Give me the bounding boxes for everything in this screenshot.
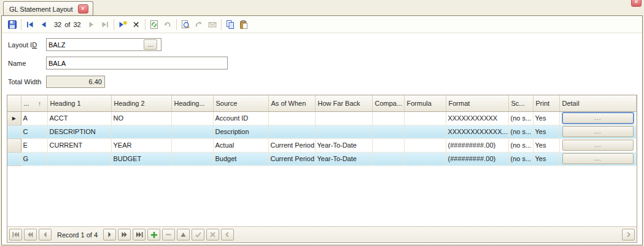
cell-format[interactable]: XXXXXXXXXXX <box>446 111 508 125</box>
cell-formula[interactable] <box>404 138 446 152</box>
column-header-format[interactable]: Format <box>446 95 508 111</box>
cell-heading3[interactable] <box>171 152 213 165</box>
cell-print[interactable]: Yes <box>533 111 559 125</box>
column-header-heading3[interactable]: Heading... <box>171 95 213 111</box>
email-button[interactable] <box>206 18 219 31</box>
process-button[interactable] <box>192 18 206 31</box>
cell-as-of-when[interactable] <box>268 125 315 138</box>
cell-formula[interactable] <box>404 111 446 125</box>
cell-format[interactable]: (#########.00) <box>446 138 508 152</box>
row-selector[interactable] <box>7 125 21 138</box>
cell-comparison[interactable] <box>372 111 404 125</box>
tab-close-icon[interactable]: ✕ <box>78 4 88 14</box>
column-header-detail[interactable]: Detail <box>559 95 637 111</box>
cell-heading2[interactable]: NO <box>111 111 171 125</box>
cell-format[interactable]: XXXXXXXXXXXX... <box>446 125 508 138</box>
table-row[interactable]: E CURRENT YEAR Actual Current Period Yea… <box>7 138 637 152</box>
nav-prior-button[interactable] <box>39 229 52 240</box>
column-header-how-far-back[interactable]: How Far Back <box>315 95 372 111</box>
column-header-scale[interactable]: Sc... <box>508 95 533 111</box>
cell-source[interactable]: Account ID <box>213 111 268 125</box>
cell-scale[interactable]: (no s... <box>508 125 533 138</box>
cell-scale[interactable]: (no s... <box>508 152 533 165</box>
cell-heading2[interactable]: YEAR <box>111 138 171 152</box>
nav-prior-page-button[interactable] <box>24 229 37 240</box>
column-header-source[interactable]: Source <box>213 95 268 111</box>
column-header-as-of-when[interactable]: As of When <box>268 95 315 111</box>
cell-how-far-back[interactable] <box>315 111 372 125</box>
cell-scale[interactable]: (no s... <box>508 111 533 125</box>
cell-source[interactable]: Description <box>213 125 268 138</box>
column-header-heading1[interactable]: Heading 1 <box>47 95 111 111</box>
cell-heading3[interactable] <box>171 138 213 152</box>
cell-row-code[interactable]: E <box>21 138 47 152</box>
detail-button[interactable]: ... <box>562 140 634 151</box>
detail-button[interactable]: ... <box>562 113 634 124</box>
cancel-edit-button[interactable] <box>206 229 219 240</box>
print-preview-button[interactable] <box>179 18 192 31</box>
cell-print[interactable]: Yes <box>533 125 559 138</box>
cell-heading1[interactable] <box>47 152 111 165</box>
cell-comparison[interactable] <box>372 138 404 152</box>
cell-heading1[interactable]: CURRENT <box>47 138 111 152</box>
window-close-icon[interactable]: ✕ <box>631 0 642 7</box>
cell-comparison[interactable] <box>372 152 404 165</box>
undo-button[interactable] <box>161 18 174 31</box>
copy-button[interactable] <box>223 18 237 31</box>
tab-gl-statement-layout[interactable]: GL Statement Layout ✕ <box>3 1 93 15</box>
insert-record-button[interactable] <box>147 229 160 240</box>
column-header-formula[interactable]: Formula <box>404 95 446 111</box>
edit-record-button[interactable] <box>177 229 190 240</box>
refresh-button[interactable] <box>147 18 161 31</box>
nav-first-button[interactable] <box>9 229 22 240</box>
cell-scale[interactable]: (no s... <box>508 138 533 152</box>
column-header-print[interactable]: Print <box>533 95 559 111</box>
cell-print[interactable]: Yes <box>533 138 559 152</box>
cell-row-code[interactable]: G <box>21 152 47 165</box>
cell-as-of-when[interactable]: Current Period <box>268 152 315 165</box>
cell-comparison[interactable] <box>372 125 404 138</box>
cell-how-far-back[interactable] <box>315 125 372 138</box>
layout-id-input[interactable] <box>47 39 144 50</box>
delete-record-nav-button[interactable] <box>162 229 175 240</box>
scroll-right-button[interactable] <box>622 229 635 240</box>
next-record-button[interactable] <box>85 18 98 31</box>
nav-next-button[interactable] <box>103 229 116 240</box>
cell-how-far-back[interactable]: Year-To-Date <box>315 138 372 152</box>
previous-record-button[interactable] <box>37 18 50 31</box>
paste-button[interactable] <box>237 18 250 31</box>
cell-formula[interactable] <box>404 152 446 165</box>
cell-heading1[interactable]: ACCT <box>47 111 111 125</box>
cell-heading3[interactable] <box>171 111 213 125</box>
detail-button[interactable]: ... <box>562 153 634 164</box>
table-row[interactable]: G BUDGET Budget Current Period Year-To-D… <box>7 152 637 165</box>
cell-as-of-when[interactable] <box>268 111 315 125</box>
column-header-heading2[interactable]: Heading 2 <box>111 95 171 111</box>
cell-heading3[interactable] <box>171 125 213 138</box>
cell-format[interactable]: (#########.00) <box>446 152 508 165</box>
layout-id-browse-button[interactable]: ... <box>144 39 157 50</box>
table-row[interactable]: ▶ A ACCT NO Account ID XXXXXXXXXXX (no s… <box>7 111 637 125</box>
delete-record-button[interactable]: ✕ <box>130 18 143 31</box>
detail-button[interactable]: ... <box>562 126 634 137</box>
column-header-comparison[interactable]: Compa... <box>372 95 404 111</box>
column-header-sorted[interactable]: ...↑ <box>21 95 47 111</box>
first-record-button[interactable] <box>23 18 37 31</box>
cell-heading1[interactable]: DESCRIPTION <box>47 125 111 138</box>
row-selector[interactable]: ▶ <box>7 111 21 125</box>
name-input[interactable] <box>46 57 228 69</box>
cell-print[interactable]: Yes <box>533 152 559 165</box>
cell-heading2[interactable] <box>111 125 171 138</box>
cell-source[interactable]: Actual <box>213 138 268 152</box>
table-row[interactable]: C DESCRIPTION Description XXXXXXXXXXXX..… <box>7 125 637 138</box>
new-record-button[interactable] <box>116 18 130 31</box>
nav-next-page-button[interactable] <box>118 229 131 240</box>
cell-source[interactable]: Budget <box>213 152 268 165</box>
last-record-button[interactable] <box>98 18 112 31</box>
cell-row-code[interactable]: C <box>21 125 47 138</box>
row-selector[interactable] <box>7 152 21 165</box>
scroll-left-button[interactable] <box>221 229 234 240</box>
cell-heading2[interactable]: BUDGET <box>111 152 171 165</box>
cell-row-code[interactable]: A <box>21 111 47 125</box>
cell-how-far-back[interactable]: Year-To-Date <box>315 152 372 165</box>
